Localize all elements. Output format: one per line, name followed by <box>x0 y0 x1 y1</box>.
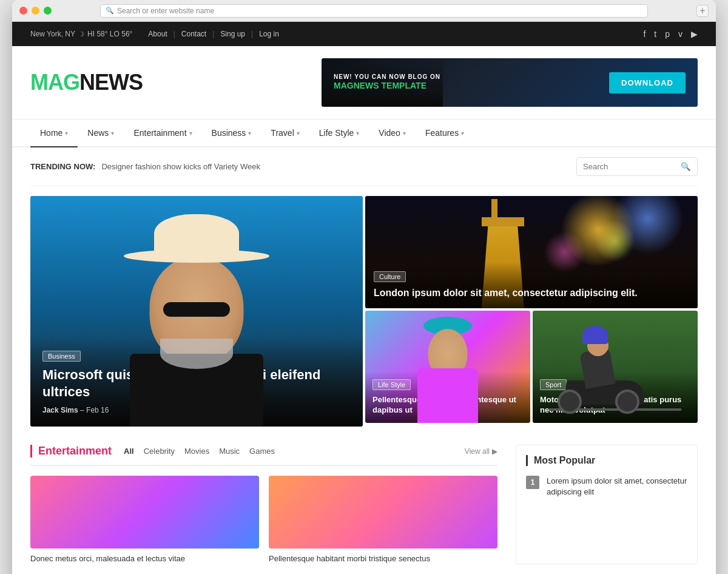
entertainment-section: Entertainment All Celebrity Movies Music… <box>30 445 698 574</box>
nav-link-news[interactable]: News ▾ <box>78 120 124 146</box>
hero-grid: Business Microsoft quisque at ipsum vel … <box>30 196 698 427</box>
nav-item-lifestyle[interactable]: Life Style ▾ <box>309 120 369 146</box>
section-tabs: All Celebrity Movies Music Games <box>124 447 275 456</box>
chevron-down-icon: ▾ <box>189 130 192 137</box>
main-nav: Home ▾ News ▾ Entertainment ▾ Business <box>12 119 716 147</box>
chevron-down-icon: ▾ <box>461 130 464 137</box>
tab-movies[interactable]: Movies <box>184 447 209 456</box>
maximize-button[interactable] <box>44 7 52 15</box>
logo-mag: MAG <box>30 70 79 95</box>
hero-lifestyle-card[interactable]: Life Style Pellentesque dui nibh, pellen… <box>365 311 530 423</box>
address-bar-text: Search or enter website name <box>117 7 214 15</box>
download-button[interactable]: DOWNLOAD <box>609 72 686 93</box>
facebook-icon[interactable]: f <box>643 29 645 39</box>
hero-tr-category: Culture <box>374 271 406 282</box>
chevron-down-icon: ▾ <box>248 130 251 137</box>
banner-text: NEW! YOU CAN NOW BLOG ON MAGNEWS TEMPLAT… <box>334 73 440 92</box>
hero-sport-card[interactable]: Sport Motobike Vestibulum venenatis puru… <box>533 311 698 423</box>
search-icon: 🔍 <box>681 162 691 171</box>
twitter-icon[interactable]: t <box>654 29 656 39</box>
tab-games[interactable]: Games <box>249 447 275 456</box>
ent-card-1-image <box>30 476 259 549</box>
hero-main-card[interactable]: Business Microsoft quisque at ipsum vel … <box>30 196 363 427</box>
nav-link-business[interactable]: Business ▾ <box>202 120 261 146</box>
nav-link-travel[interactable]: Travel ▾ <box>261 120 309 146</box>
minimize-button[interactable] <box>32 7 39 15</box>
section-header: Entertainment All Celebrity Movies Music… <box>30 445 497 466</box>
about-link[interactable]: About <box>143 30 172 38</box>
trending-bar: TRENDING NOW: Designer fashion show kick… <box>30 147 698 186</box>
nav-link-video[interactable]: Video ▾ <box>369 120 416 146</box>
signup-link[interactable]: Sing up <box>215 30 250 38</box>
top-bar-nav: About | Contact | Sing up | Log in <box>143 30 284 38</box>
popular-num-1: 1 <box>526 476 539 489</box>
ent-card-2-text: Pellentesque habitant morbi tristique se… <box>269 553 497 564</box>
nav-link-home[interactable]: Home ▾ <box>30 120 78 147</box>
logo-news: NEWS <box>79 70 143 95</box>
chevron-right-icon: ▶ <box>492 447 497 456</box>
nav-link-entertainment[interactable]: Entertainment ▾ <box>124 120 201 146</box>
hero-main-date: Feb 16 <box>86 406 109 414</box>
nav-item-video[interactable]: Video ▾ <box>369 120 416 146</box>
trending-left: TRENDING NOW: Designer fashion show kick… <box>30 162 260 171</box>
site-logo[interactable]: MAGNEWS <box>30 70 143 95</box>
most-popular-title: Most Popular <box>526 455 687 466</box>
mac-window: 🔍 Search or enter website name + New Yor… <box>12 0 716 574</box>
ent-card-1-text: Donec metus orci, malesuada et lectus vi… <box>30 553 259 564</box>
banner-new-label: NEW! YOU CAN NOW BLOG ON <box>334 73 440 80</box>
hero-tr-title: London ipsum dolor sit amet, consectetur… <box>374 287 689 300</box>
hero-top-right-card[interactable]: Culture London ipsum dolor sit amet, con… <box>365 196 698 308</box>
youtube-icon[interactable]: ▶ <box>691 29 698 39</box>
login-link[interactable]: Log in <box>254 30 284 38</box>
search-button[interactable]: 🔍 <box>675 158 697 175</box>
close-button[interactable] <box>19 7 27 15</box>
hero-main-category: Business <box>42 351 81 362</box>
chevron-down-icon: ▾ <box>403 130 406 137</box>
nav-item-entertainment[interactable]: Entertainment ▾ <box>124 120 201 146</box>
hero-lifestyle-category: Life Style <box>372 379 411 390</box>
nav-link-lifestyle[interactable]: Life Style ▾ <box>309 120 369 146</box>
nav-item-home[interactable]: Home ▾ <box>30 120 78 146</box>
tab-all[interactable]: All <box>124 447 134 456</box>
most-popular-panel: Most Popular 1 Lorem ipsum dolor sit ame… <box>516 445 698 564</box>
social-links: f t p v ▶ <box>643 29 698 39</box>
trending-label: TRENDING NOW: <box>30 162 95 171</box>
hero-main-author: Jack Sims <box>42 406 78 414</box>
address-bar[interactable]: 🔍 Search or enter website name <box>100 4 648 18</box>
nav-link-features[interactable]: Features ▾ <box>416 120 474 146</box>
search-icon: 🔍 <box>106 7 114 15</box>
chevron-down-icon: ▾ <box>356 130 359 137</box>
ent-card-1[interactable]: Donec metus orci, malesuada et lectus vi… <box>30 476 259 564</box>
contact-link[interactable]: Contact <box>177 30 211 38</box>
hero-tr-overlay: Culture London ipsum dolor sit amet, con… <box>365 262 698 308</box>
entertainment-left: Entertainment All Celebrity Movies Music… <box>30 445 497 564</box>
location-info: New York, NY ☽ HI 58° LO 56° <box>30 30 132 38</box>
nav-list: Home ▾ News ▾ Entertainment ▾ Business <box>30 120 698 146</box>
nav-item-features[interactable]: Features ▾ <box>416 120 474 146</box>
new-tab-button[interactable]: + <box>696 5 709 17</box>
top-bar: New York, NY ☽ HI 58° LO 56° About | Con… <box>12 22 716 46</box>
entertainment-cards: Donec metus orci, malesuada et lectus vi… <box>30 476 497 564</box>
ent-card-2[interactable]: Pellentesque habitant morbi tristique se… <box>269 476 497 564</box>
popular-item-1[interactable]: 1 Lorem ipsum dolor sit amet, consectetu… <box>526 476 687 498</box>
weather-text: HI 58° LO 56° <box>87 30 132 38</box>
pinterest-icon[interactable]: p <box>665 29 670 39</box>
search-bar: 🔍 <box>576 157 698 176</box>
hero-sport-category: Sport <box>540 379 567 390</box>
top-bar-left: New York, NY ☽ HI 58° LO 56° About | Con… <box>30 30 284 38</box>
site-header: MAGNEWS NEW! YOU CAN NOW BLOG ON MAGNEWS… <box>12 46 716 119</box>
nav-item-news[interactable]: News ▾ <box>78 120 124 146</box>
hero-main-sep: – <box>80 406 86 414</box>
tab-music[interactable]: Music <box>219 447 240 456</box>
view-all-button[interactable]: View all ▶ <box>465 447 497 456</box>
nav-item-business[interactable]: Business ▾ <box>202 120 261 146</box>
tab-celebrity[interactable]: Celebrity <box>144 447 175 456</box>
banner-title: MAGNEWS TEMPLATE <box>334 80 440 92</box>
chevron-down-icon: ▾ <box>65 130 68 137</box>
popular-text-1: Lorem ipsum dolor sit amet, consectetur … <box>547 476 687 498</box>
mac-titlebar: 🔍 Search or enter website name + <box>12 0 716 22</box>
nav-item-travel[interactable]: Travel ▾ <box>261 120 309 146</box>
moon-icon: ☽ <box>78 30 84 38</box>
search-input[interactable] <box>577 158 675 175</box>
vimeo-icon[interactable]: v <box>678 29 682 39</box>
